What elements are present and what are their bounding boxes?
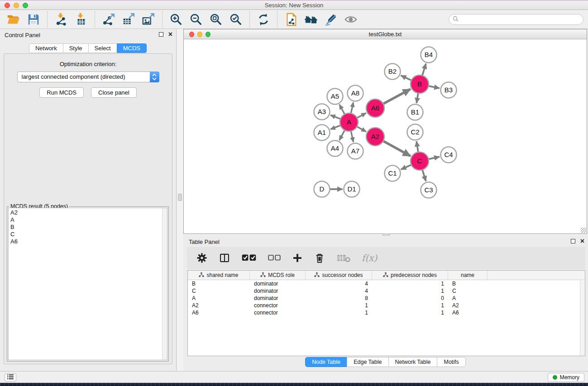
table-cell[interactable]: A bbox=[188, 295, 250, 301]
save-session-icon[interactable] bbox=[26, 12, 41, 27]
table-cell[interactable]: A bbox=[448, 295, 488, 301]
zoom-fit-icon[interactable] bbox=[209, 12, 223, 27]
network-from-file-icon[interactable] bbox=[284, 12, 298, 27]
frame-minimize-button[interactable] bbox=[197, 32, 202, 37]
node-B3[interactable]: B3 bbox=[441, 82, 457, 98]
gear-icon[interactable] bbox=[196, 252, 208, 264]
node-C3[interactable]: C3 bbox=[421, 182, 437, 198]
vertical-splitter-grip[interactable] bbox=[178, 194, 182, 201]
table-cell[interactable]: A6 bbox=[448, 310, 488, 316]
edge-B-B2[interactable] bbox=[401, 76, 412, 81]
node-D1[interactable]: D1 bbox=[344, 181, 360, 197]
delete-icon[interactable] bbox=[314, 252, 325, 264]
close-panel-button-2[interactable]: Close panel bbox=[91, 87, 137, 98]
tab-network[interactable]: Network bbox=[29, 43, 63, 53]
table-cell[interactable]: dominator bbox=[250, 295, 306, 301]
result-list-item[interactable]: A6 bbox=[9, 238, 167, 245]
table-scrollbar[interactable] bbox=[580, 281, 585, 356]
table-cell[interactable]: connector bbox=[250, 310, 306, 316]
column-header-MCDS-role[interactable]: MCDS role bbox=[250, 271, 306, 280]
table-cell[interactable]: 0 bbox=[372, 295, 448, 301]
node-C[interactable]: C bbox=[411, 152, 429, 170]
table-row[interactable]: A6connector11A6 bbox=[188, 309, 585, 316]
tab-mcds[interactable]: MCDS bbox=[117, 43, 147, 53]
edge-A-A1[interactable] bbox=[330, 125, 341, 129]
edge-C-C4[interactable] bbox=[428, 157, 440, 159]
network-canvas[interactable]: B4B2BB3A8A5A6A3B1AA1C2A2A4A7C4CC1C3DD1 bbox=[184, 40, 587, 234]
node-B[interactable]: B bbox=[411, 75, 429, 93]
zoom-in-icon[interactable] bbox=[169, 12, 183, 27]
table-close-button[interactable]: × bbox=[580, 237, 584, 246]
table-cell[interactable]: 1 bbox=[372, 302, 448, 309]
edge-A-A7[interactable] bbox=[351, 130, 354, 142]
home-icon[interactable] bbox=[304, 12, 318, 27]
traffic-close-button[interactable] bbox=[5, 3, 10, 8]
table-cell[interactable]: A2 bbox=[188, 302, 250, 309]
node-B4[interactable]: B4 bbox=[421, 47, 437, 63]
table-cell[interactable]: 1 bbox=[372, 281, 448, 287]
table-cell[interactable]: dominator bbox=[250, 281, 306, 287]
node-B1[interactable]: B1 bbox=[407, 105, 423, 120]
table-cell[interactable]: A6 bbox=[188, 310, 250, 316]
result-list-item[interactable]: A2 bbox=[9, 209, 167, 216]
edge-A-A4[interactable] bbox=[339, 129, 345, 140]
add-icon[interactable] bbox=[292, 253, 303, 263]
table-cell[interactable]: B bbox=[448, 281, 488, 287]
table-row[interactable]: A2connector11A2 bbox=[188, 302, 585, 309]
tab-network-table[interactable]: Network Table bbox=[388, 357, 438, 367]
result-list-item[interactable]: A bbox=[9, 216, 167, 224]
edge-A-A8[interactable] bbox=[351, 102, 354, 114]
node-D[interactable]: D bbox=[314, 181, 330, 197]
node-A5[interactable]: A5 bbox=[327, 89, 343, 105]
node-A6[interactable]: A6 bbox=[366, 99, 384, 117]
traffic-zoom-button[interactable] bbox=[23, 3, 28, 8]
export-table-icon[interactable] bbox=[121, 12, 136, 27]
edge-A6-B[interactable] bbox=[382, 89, 411, 104]
zoom-selected-icon[interactable] bbox=[229, 12, 243, 27]
table-float-button[interactable] bbox=[571, 239, 575, 243]
node-A1[interactable]: A1 bbox=[314, 125, 330, 141]
column-header-successor-nodes[interactable]: successor nodes bbox=[306, 271, 372, 280]
column-header-predecessor-nodes[interactable]: predecessor nodes bbox=[372, 271, 448, 280]
node-A8[interactable]: A8 bbox=[348, 86, 363, 101]
node-C1[interactable]: C1 bbox=[385, 166, 401, 181]
tab-select[interactable]: Select bbox=[88, 43, 117, 53]
table-row[interactable]: Cdominator41C bbox=[188, 287, 585, 295]
node-B2[interactable]: B2 bbox=[385, 64, 401, 80]
table-cell[interactable]: 4 bbox=[306, 288, 372, 294]
result-list-scrollbar[interactable] bbox=[162, 208, 167, 360]
node-A[interactable]: A bbox=[340, 113, 358, 131]
eye-icon[interactable] bbox=[344, 12, 358, 27]
node-A7[interactable]: A7 bbox=[348, 143, 363, 159]
refresh-icon[interactable] bbox=[256, 12, 271, 27]
edge-C-C2[interactable] bbox=[416, 141, 418, 153]
frame-close-button[interactable] bbox=[189, 32, 194, 37]
open-session-icon[interactable] bbox=[6, 12, 21, 27]
result-list-item[interactable]: C bbox=[9, 231, 167, 238]
run-mcds-button[interactable]: Run MCDS bbox=[39, 87, 84, 98]
table-row[interactable]: Adominator80A bbox=[188, 295, 585, 302]
select-all-icon[interactable] bbox=[241, 253, 257, 263]
table-cell[interactable]: C bbox=[188, 288, 250, 294]
edge-C-C3[interactable] bbox=[422, 169, 426, 181]
table-row[interactable]: Bdominator41B bbox=[188, 280, 585, 287]
node-A4[interactable]: A4 bbox=[327, 141, 343, 157]
import-table-icon[interactable] bbox=[74, 12, 88, 27]
edge-A2-C[interactable] bbox=[382, 141, 411, 156]
table-cell[interactable]: 1 bbox=[372, 288, 448, 294]
unselect-all-icon[interactable] bbox=[268, 253, 281, 262]
node-A2[interactable]: A2 bbox=[366, 128, 384, 146]
table-cell[interactable]: dominator bbox=[250, 288, 306, 294]
memory-button[interactable]: Memory bbox=[548, 373, 584, 382]
edge-A-A3[interactable] bbox=[330, 115, 341, 119]
import-network-icon[interactable] bbox=[54, 12, 68, 27]
table-cell[interactable]: A2 bbox=[448, 302, 488, 309]
table-cell[interactable]: 4 bbox=[306, 281, 372, 287]
table-cell[interactable]: connector bbox=[250, 302, 306, 309]
column-header-shared-name[interactable]: shared name bbox=[188, 271, 250, 280]
table-cell[interactable]: 1 bbox=[306, 310, 372, 316]
result-list-item[interactable]: B bbox=[9, 224, 167, 231]
edge-A-A2[interactable] bbox=[356, 126, 366, 132]
criterion-dropdown[interactable]: largest connected component (directed) bbox=[17, 71, 159, 82]
tab-style[interactable]: Style bbox=[63, 43, 89, 53]
